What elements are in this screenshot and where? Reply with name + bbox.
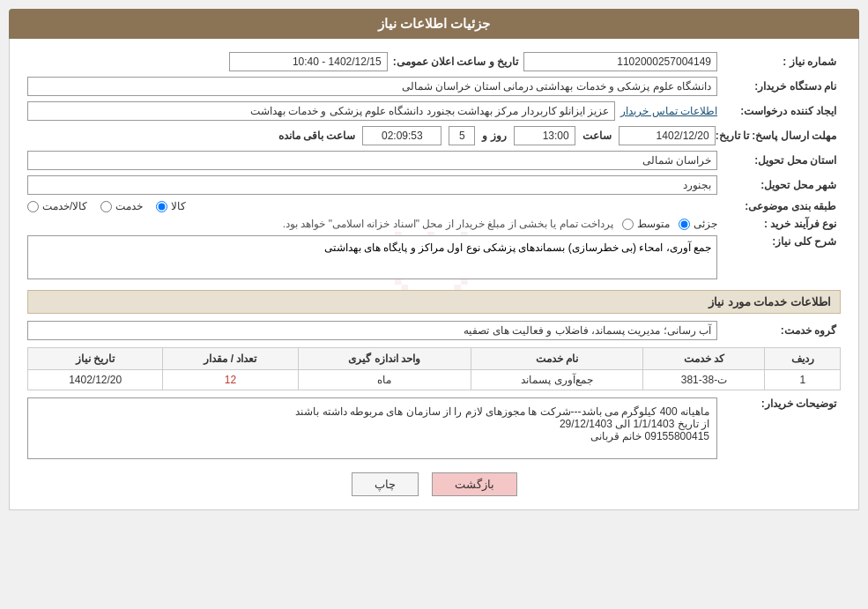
radio-jozei-input[interactable] — [679, 219, 690, 230]
radio-khadmat-input[interactable] — [100, 201, 112, 212]
city-value: بجنورد — [27, 175, 717, 195]
process-label: نوع فرآیند خرید : — [717, 218, 841, 230]
radio-motavasset[interactable]: متوسط — [622, 218, 670, 230]
page-title: جزئیات اطلاعات نیاز — [378, 16, 490, 31]
radio-kala-khadmat-label: کالا/خدمت — [42, 200, 87, 212]
cell-quantity: 12 — [163, 370, 298, 390]
buyer-notes-row: توضیحات خریدار: ماهیانه 400 کیلوگرم می ب… — [27, 397, 841, 459]
button-row: بازگشت چاپ — [27, 472, 841, 496]
deadline-days-remaining: 5 — [449, 126, 475, 145]
buyer-org-value: دانشگاه علوم پزشکی و خدمات بهداشتی درمان… — [27, 77, 717, 96]
need-desc-row: شرح کلی نیاز: — [27, 235, 841, 279]
content-area: شماره نیاز : 1102000257004149 تاریخ و سا… — [27, 52, 841, 496]
province-label: استان محل تحویل: — [717, 154, 841, 167]
need-number-value: 1102000257004149 — [523, 52, 717, 71]
buyer-org-label: نام دستگاه خریدار: — [717, 80, 841, 93]
creator-row: ایجاد کننده درخواست: اطلاعات تماس خریدار… — [27, 101, 841, 121]
radio-kala-khadmat-input[interactable] — [27, 201, 39, 212]
main-card: 🛡 شماره نیاز : 1102000257004149 تاریخ و … — [9, 39, 859, 510]
remaining-label: ساعت باقی مانده — [278, 130, 356, 142]
service-group-label: گروه خدمت: — [717, 324, 841, 337]
radio-jozei-label: جزئی — [694, 218, 717, 230]
table-row: 1 ت-38-381 جمع‌آوری پسماند ماه 12 1402/1… — [28, 370, 841, 390]
cell-service-code: ت-38-381 — [643, 370, 765, 390]
deadline-row: مهلت ارسال پاسخ: تا تاریخ: 1402/12/20 سا… — [27, 126, 841, 145]
radio-khadmat-label: خدمت — [115, 200, 143, 212]
page-header: جزئیات اطلاعات نیاز — [9, 9, 859, 39]
city-label: شهر محل تحویل: — [717, 179, 841, 191]
announcement-date-label: تاریخ و ساعت اعلان عمومی: — [393, 56, 518, 68]
deadline-day-label: روز و — [482, 130, 506, 142]
radio-kala[interactable]: کالا — [156, 200, 186, 212]
radio-kala-input[interactable] — [156, 201, 167, 212]
province-row: استان محل تحویل: خراسان شمالی — [27, 151, 841, 170]
deadline-time-value: 13:00 — [514, 126, 575, 145]
need-number-inline: 1102000257004149 تاریخ و ساعت اعلان عموم… — [27, 52, 717, 71]
col-service-code: کد خدمت — [643, 348, 765, 370]
col-need-date: تاریخ نیاز — [28, 348, 163, 370]
radio-jozei[interactable]: جزئی — [679, 218, 717, 230]
process-row: نوع فرآیند خرید : پرداخت تمام یا بخشی از… — [27, 218, 841, 230]
col-unit: واحد اندازه گیری — [298, 348, 471, 370]
creator-label: ایجاد کننده درخواست: — [717, 105, 841, 117]
cell-row-num: 1 — [765, 370, 841, 390]
radio-khadmat[interactable]: خدمت — [100, 200, 143, 212]
buyer-notes-label: توضیحات خریدار: — [717, 397, 841, 410]
radio-kala-khadmat[interactable]: کالا/خدمت — [27, 200, 87, 212]
creator-value: عزیز ایزانلو کاربردار مرکز بهداشت بجنورد… — [27, 101, 615, 121]
services-table: ردیف کد خدمت نام خدمت واحد اندازه گیری ت… — [27, 347, 841, 390]
city-row: شهر محل تحویل: بجنورد — [27, 175, 841, 195]
need-number-row: شماره نیاز : 1102000257004149 تاریخ و سا… — [27, 52, 841, 71]
deadline-date-value: 1402/12/20 — [619, 126, 716, 145]
service-group-row: گروه خدمت: آب رسانی؛ مدیریت پسماند، فاضل… — [27, 321, 841, 340]
deadline-time-group: 1402/12/20 ساعت 13:00 روز و 5 02:09:53 س… — [27, 126, 716, 145]
service-group-value: آب رسانی؛ مدیریت پسماند، فاضلاب و فعالیت… — [27, 321, 717, 340]
service-info-section-title: اطلاعات خدمات مورد نیاز — [27, 290, 841, 314]
cell-need-date: 1402/12/20 — [28, 370, 163, 390]
print-button[interactable]: چاپ — [352, 472, 419, 496]
cell-service-name: جمع‌آوری پسماند — [471, 370, 643, 390]
deadline-time-label: ساعت — [582, 130, 612, 142]
col-service-name: نام خدمت — [471, 348, 643, 370]
cell-unit: ماه — [298, 370, 471, 390]
back-button[interactable]: بازگشت — [432, 472, 517, 496]
col-quantity: تعداد / مقدار — [163, 348, 298, 370]
classification-radio-group: کالا/خدمت خدمت کالا — [27, 200, 717, 212]
need-number-label: شماره نیاز : — [717, 56, 841, 68]
col-row-num: ردیف — [765, 348, 841, 370]
radio-motavasset-label: متوسط — [637, 218, 670, 230]
radio-motavasset-input[interactable] — [622, 219, 634, 230]
need-desc-textarea[interactable] — [27, 235, 717, 279]
buyer-org-row: نام دستگاه خریدار: دانشگاه علوم پزشکی و … — [27, 77, 841, 96]
radio-kala-label: کالا — [171, 200, 186, 212]
process-note: پرداخت تمام یا بخشی از مبلغ خریدار از مح… — [27, 218, 613, 230]
page-wrapper: جزئیات اطلاعات نیاز 🛡 شماره نیاز : 11020… — [0, 0, 868, 609]
deadline-label: مهلت ارسال پاسخ: تا تاریخ: — [716, 130, 841, 142]
classification-label: طبقه بندی موضوعی: — [717, 200, 841, 212]
need-desc-label: شرح کلی نیاز: — [717, 235, 841, 248]
announcement-date-value: 1402/12/15 - 10:40 — [229, 52, 388, 71]
buyer-notes-value: ماهیانه 400 کیلوگرم می باشد---شرکت ها مج… — [27, 397, 717, 459]
creator-inline: اطلاعات تماس خریدار عزیز ایزانلو کاربردا… — [27, 101, 717, 121]
process-options-group: پرداخت تمام یا بخشی از مبلغ خریدار از مح… — [27, 218, 717, 230]
remaining-time-value: 02:09:53 — [362, 126, 441, 145]
classification-row: طبقه بندی موضوعی: کالا/خدمت خدمت کالا — [27, 200, 841, 212]
province-value: خراسان شمالی — [27, 151, 717, 170]
creator-contact-link[interactable]: اطلاعات تماس خریدار — [620, 105, 717, 117]
